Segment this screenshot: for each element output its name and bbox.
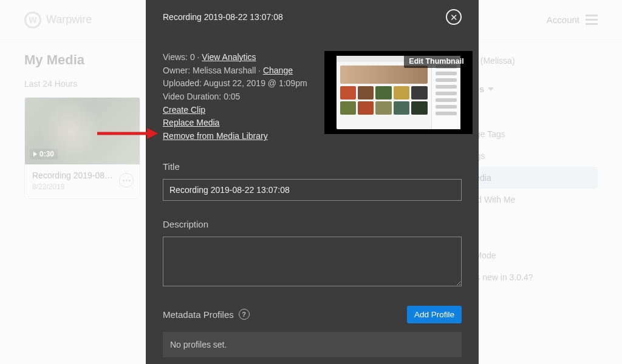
- edit-thumbnail-button[interactable]: Edit Thumbnail: [404, 55, 468, 68]
- metadata-profiles-label: Metadata Profiles: [163, 309, 234, 320]
- description-input[interactable]: [163, 237, 462, 286]
- change-owner-link[interactable]: Change: [263, 66, 293, 75]
- no-profiles-message: No profiles set.: [163, 332, 462, 357]
- title-label: Title: [163, 161, 462, 172]
- media-details-modal: Recording 2019-08-22 13:07:08 ✕ Views: 0…: [146, 0, 479, 364]
- owner-label: Owner:: [163, 66, 193, 75]
- modal-title: Recording 2019-08-22 13:07:08: [163, 12, 283, 22]
- close-button[interactable]: ✕: [446, 9, 462, 25]
- svg-marker-1: [147, 128, 158, 139]
- replace-media-link[interactable]: Replace Media: [163, 118, 219, 127]
- help-icon[interactable]: ?: [239, 309, 250, 320]
- description-label: Description: [163, 219, 462, 229]
- thumbnail-preview: Edit Thumbnail: [324, 51, 473, 134]
- views-count: 0: [190, 52, 195, 62]
- duration-line: Video Duration: 0:05: [163, 90, 307, 104]
- add-profile-button[interactable]: Add Profile: [407, 306, 462, 323]
- title-input[interactable]: [163, 179, 462, 201]
- create-clip-link[interactable]: Create Clip: [163, 105, 205, 115]
- uploaded-line: Uploaded: August 22, 2019 @ 1:09pm: [163, 77, 307, 90]
- views-label: Views:: [163, 52, 190, 62]
- owner-name: Melissa Marshall: [193, 66, 256, 75]
- remove-media-link[interactable]: Remove from Media Library: [163, 131, 268, 141]
- annotation-arrow-icon: [97, 126, 158, 144]
- close-icon: ✕: [450, 13, 458, 22]
- view-analytics-link[interactable]: View Analytics: [202, 52, 256, 62]
